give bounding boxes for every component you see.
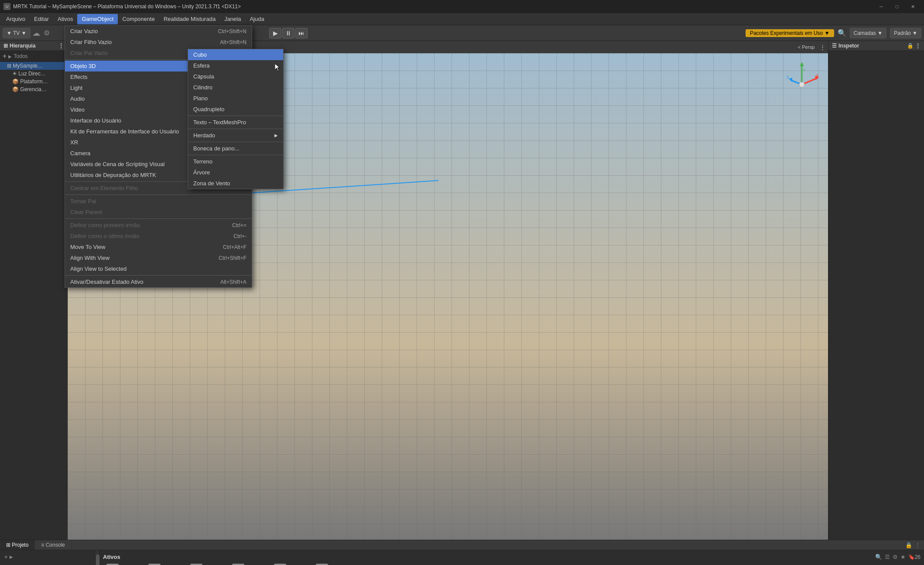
menu-ativar[interactable]: Ativar/Desativar Estado Ativo Alt+Shift+… xyxy=(65,276,252,287)
file-tree-scrollbar-thumb[interactable] xyxy=(96,555,99,565)
play-button[interactable]: ▶ xyxy=(269,28,281,38)
submenu-capsula[interactable]: Cápsula xyxy=(188,71,283,82)
menu-sep-5 xyxy=(65,275,252,276)
settings-icon[interactable]: ⚙ xyxy=(44,29,50,37)
window-title: MRTK Tutorial – MySampleScene – Platafor… xyxy=(13,3,871,10)
viewport-persp: < Persp xyxy=(798,44,814,50)
menu-definir-ultimo: Definir como o último irmão Ctrl+- xyxy=(65,231,252,242)
hierarchy-item-plataform[interactable]: 📦 Plataform… xyxy=(0,78,67,85)
file-tree-arrow: ▶ xyxy=(10,555,13,559)
padrao-button[interactable]: Padrão ▼ xyxy=(890,28,921,38)
menu-move-to-view[interactable]: Move To View Ctrl+Alt+F xyxy=(65,242,252,252)
file-tree-add[interactable]: + xyxy=(4,554,8,560)
maximize-button[interactable]: □ xyxy=(889,0,905,13)
hierarchy-item-mysample[interactable]: ⊞ MySample… xyxy=(0,62,67,70)
menu-criar-vazio[interactable]: Criar Vazio Ctrl+Shift+N xyxy=(65,26,252,37)
menu-criar-vazio-label: Criar Vazio xyxy=(70,28,98,34)
inspector-header: ☰ Inspetor 🔒 ⋮ xyxy=(828,41,924,51)
menu-bar: Arquivo Editar Ativos GameObject Compone… xyxy=(0,13,924,25)
assets-search-icon[interactable]: 🔍 xyxy=(875,554,882,560)
menu-ativar-label: Ativar/Desativar Estado Ativo xyxy=(70,279,144,285)
submenu-boneca[interactable]: Boneca de pano... xyxy=(188,143,283,154)
inspector-panel: ☰ Inspetor 🔒 ⋮ xyxy=(828,41,924,540)
submenu-herdado-label: Herdado xyxy=(193,132,215,139)
submenu-cubo[interactable]: Cubo xyxy=(188,49,283,60)
menu-definir-primeiro: Definir como primeiro irmão Ctrl+= xyxy=(65,220,252,231)
hierarchy-label-plataform: 📦 Plataform… xyxy=(12,78,48,85)
menu-realidade[interactable]: Realidade Misturada xyxy=(159,14,220,24)
cloud-icon[interactable]: ☁ xyxy=(32,28,40,38)
submenu-herdado-arrow: ▶ xyxy=(274,133,278,138)
bottom-menu-icon[interactable]: ⋮ xyxy=(915,542,921,548)
menu-clear-parent: Clear Parent xyxy=(65,207,252,218)
assets-icon3[interactable]: ★ xyxy=(900,554,906,560)
tree-favorites[interactable]: ▼ ★ Favorites xyxy=(3,563,93,565)
bottom-content: + ▶ ▼ ★ Favorites 🔍 Todos os Materiais 🔍… xyxy=(0,550,924,565)
menu-align-with-view-shortcut: Ctrl+Shift+F xyxy=(219,255,246,261)
submenu-terreno[interactable]: Terreno xyxy=(188,156,283,167)
menu-align-view-selected[interactable]: Align View to Selected xyxy=(65,263,252,274)
step-button[interactable]: ⏭ xyxy=(295,28,308,38)
close-button[interactable]: ✕ xyxy=(905,0,921,13)
svg-text:Y: Y xyxy=(803,68,805,72)
menu-camera-label: Camera xyxy=(70,150,90,157)
menu-editar[interactable]: Editar xyxy=(30,14,53,24)
window-controls: ─ □ ✕ xyxy=(873,0,921,13)
submenu-arvore[interactable]: Árvore xyxy=(188,167,283,178)
file-tree-scrollbar[interactable] xyxy=(96,550,99,565)
menu-gameobject[interactable]: GameObject xyxy=(77,14,118,24)
submenu-quadrupleto[interactable]: Quadrupleto xyxy=(188,104,283,115)
viewport-options-icon[interactable]: ⋮ xyxy=(820,44,825,51)
hierarchy-menu-icon[interactable]: ⋮ xyxy=(58,43,64,49)
inspector-icon: ☰ xyxy=(832,43,837,49)
menu-criar-filho-shortcut: Alt+Shift+N xyxy=(220,39,246,45)
inspector-lock-icon[interactable]: 🔒 xyxy=(907,43,914,49)
submenu-herdado[interactable]: Herdado ▶ xyxy=(188,130,283,141)
menu-tornar-pai-label: Tornar Pai xyxy=(70,198,96,204)
assets-icon1[interactable]: ☰ xyxy=(885,554,890,560)
menu-align-with-view[interactable]: Align With View Ctrl+Shift+F xyxy=(65,252,252,263)
hierarchy-item-luzdir[interactable]: ☀ Luz Direc… xyxy=(0,70,67,78)
menu-ajuda[interactable]: Ajuda xyxy=(245,14,268,24)
menu-criar-filho-vazio[interactable]: Criar Filho Vazio Alt+Shift+N xyxy=(65,37,252,48)
tab-projeto[interactable]: ⊞ Projeto xyxy=(0,540,35,550)
submenu-zona-vento[interactable]: Zona de Vento xyxy=(188,178,283,189)
hierarchy-add-button[interactable]: + xyxy=(3,52,7,60)
menu-criar-pai-label: Criar Pai Vazio xyxy=(70,50,108,56)
menu-definir-ultimo-label: Definir como o último irmão xyxy=(70,233,139,239)
submenu-plano-label: Plano xyxy=(193,95,208,102)
experimental-packages-button[interactable]: Pacotes Experimentais em Uso ▼ xyxy=(746,29,834,37)
hierarchy-icon: ⊞ xyxy=(3,43,8,49)
pause-button[interactable]: ⏸ xyxy=(282,28,294,38)
menu-objeto-3d-label: Objeto 3D xyxy=(70,63,96,69)
menu-sep-3 xyxy=(65,194,252,195)
submenu-esfera[interactable]: Esfera xyxy=(188,60,283,71)
assets-count: 🔖26 xyxy=(908,554,921,560)
minimize-button[interactable]: ─ xyxy=(873,0,889,13)
menu-ativos[interactable]: Ativos xyxy=(53,14,77,24)
inspector-menu-icon[interactable]: ⋮ xyxy=(915,43,921,49)
hierarchy-item-gerencia[interactable]: 📦 Gerencia… xyxy=(0,85,67,93)
play-controls: ▶ ⏸ ⏭ xyxy=(269,28,308,38)
menu-align-with-view-label: Align With View xyxy=(70,255,110,261)
assets-icon2[interactable]: ⚙ xyxy=(893,554,898,560)
search-icon[interactable]: 🔍 xyxy=(838,29,846,37)
submenu-cilindro[interactable]: Cilindro xyxy=(188,82,283,93)
menu-kit-ferramentas-label: Kit de Ferramentas de Interface do Usuár… xyxy=(70,128,179,135)
menu-audio-label: Audio xyxy=(70,95,85,102)
submenu-textmeshpro-label: Texto – TextMeshPro xyxy=(193,119,246,126)
menu-arquivo[interactable]: Arquivo xyxy=(2,14,30,24)
tv-label: ▼ TV ▼ xyxy=(7,30,27,36)
submenu-textmeshpro[interactable]: Texto – TextMeshPro xyxy=(188,117,283,128)
submenu-plano[interactable]: Plano xyxy=(188,93,283,104)
tv-button[interactable]: ▼ TV ▼ xyxy=(3,28,31,38)
submenu-sep-1 xyxy=(188,116,283,116)
assets-label: Ativos xyxy=(103,554,120,560)
tab-console[interactable]: ≡ Console xyxy=(35,540,71,550)
bottom-lock-icon[interactable]: 🔒 xyxy=(905,542,912,548)
camadas-button[interactable]: Camadas ▼ xyxy=(850,28,887,38)
menu-janela[interactable]: Janela xyxy=(220,14,245,24)
inspector-title: Inspetor xyxy=(838,43,859,49)
menu-componente[interactable]: Componente xyxy=(118,14,159,24)
menu-xr-label: XR xyxy=(70,139,78,146)
